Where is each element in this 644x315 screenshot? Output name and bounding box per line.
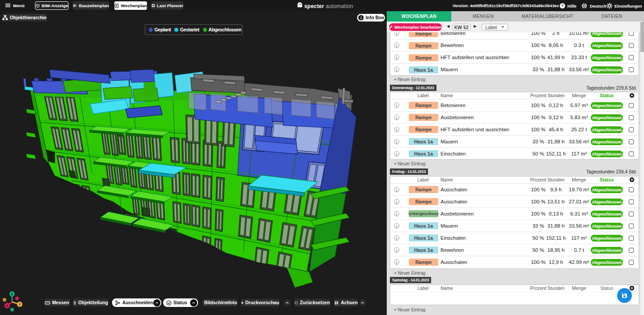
svg-text:Y: Y [19,303,21,306]
svg-text:?: ? [561,4,564,8]
svg-text:Z: Z [11,293,13,296]
svg-text:X: X [6,304,9,307]
